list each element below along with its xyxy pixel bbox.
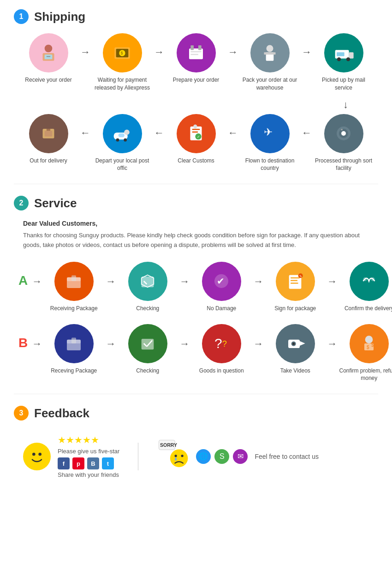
clear-customs-label: Clear Customs bbox=[178, 157, 214, 165]
row-a-arrow2: → bbox=[178, 276, 191, 288]
facebook-icon[interactable]: f bbox=[58, 457, 70, 469]
svg-rect-15 bbox=[264, 52, 276, 54]
svg-point-79 bbox=[175, 455, 177, 457]
flow-item-checking-b: Checking bbox=[118, 324, 178, 375]
flow-item-recv-pkg-a: Receiving Package bbox=[44, 262, 104, 313]
row-b-arrow4: → bbox=[325, 338, 339, 350]
sign-pkg-svg: ✎ bbox=[284, 270, 307, 293]
checking-a-svg bbox=[136, 270, 159, 293]
svg-text:$: $ bbox=[371, 343, 374, 348]
out-delivery-icon bbox=[29, 114, 68, 153]
svg-point-73 bbox=[26, 445, 48, 467]
recv-pkg-a-label: Receiving Package bbox=[50, 305, 98, 313]
row-b-arrow3: → bbox=[251, 338, 265, 350]
svg-rect-43 bbox=[71, 276, 76, 282]
out-delivery-label: Out for delivery bbox=[30, 157, 67, 165]
arrow7: ← bbox=[226, 127, 240, 139]
svg-rect-10 bbox=[198, 45, 202, 50]
take-videos-icon bbox=[276, 324, 315, 363]
prepare-order-svg bbox=[184, 42, 208, 65]
vk-icon[interactable]: B bbox=[87, 457, 99, 469]
picked-up-svg bbox=[332, 42, 355, 65]
confirm-problem-svg: $ $ bbox=[357, 332, 380, 355]
svg-rect-17 bbox=[349, 52, 354, 58]
depart-post-label: Depart your local post offic bbox=[92, 157, 152, 173]
checking-a-label: Checking bbox=[136, 305, 159, 313]
svg-point-56 bbox=[371, 277, 374, 281]
svg-rect-25 bbox=[124, 130, 130, 135]
shipping-row1: Receive your order → $ Waiting for payme… bbox=[14, 33, 378, 92]
arrow8: ← bbox=[300, 127, 314, 139]
mail-icon[interactable]: ✉ bbox=[233, 449, 248, 464]
flown-dest-svg: ✈ bbox=[258, 122, 281, 145]
flow-item-processed-sort: ★ Processed through sort facility bbox=[314, 114, 374, 173]
skype-world-icon[interactable]: 🌐 bbox=[196, 449, 211, 464]
waiting-payment-svg: $ bbox=[111, 42, 134, 65]
svg-marker-66 bbox=[300, 341, 305, 346]
feedback-header: 3 Feedback bbox=[14, 406, 378, 421]
no-damage-icon: ✔ bbox=[202, 262, 241, 301]
svg-rect-20 bbox=[337, 52, 344, 56]
shipping-title: Shipping bbox=[34, 10, 85, 24]
recv-pkg-a-svg bbox=[62, 270, 85, 293]
row-b-arrow1: → bbox=[104, 338, 118, 350]
svg-text:?: ? bbox=[214, 336, 222, 351]
svg-point-26 bbox=[116, 138, 119, 142]
svg-rect-28 bbox=[119, 133, 125, 137]
svg-rect-12 bbox=[190, 54, 198, 55]
flow-item-confirm-delivery: Confirm the delivery bbox=[339, 262, 392, 313]
divider1 bbox=[14, 184, 378, 184]
pack-order-svg bbox=[258, 42, 281, 65]
feedback-left: ★★★★★ Please give us five-star f p B t S… bbox=[23, 434, 119, 478]
waiting-payment-icon: $ bbox=[103, 33, 142, 72]
divider2 bbox=[14, 394, 378, 394]
flow-item-goods-question: ? ? Goods in question bbox=[191, 324, 251, 375]
letter-arrow-a: → bbox=[30, 276, 44, 288]
svg-point-0 bbox=[45, 44, 53, 52]
flow-item-sign-pkg: ✎ Sign for package bbox=[265, 262, 325, 313]
feedback-divider bbox=[138, 443, 138, 470]
depart-post-icon bbox=[103, 114, 142, 153]
arrow4: → bbox=[300, 46, 314, 58]
svg-rect-51 bbox=[291, 280, 297, 282]
svg-text:$: $ bbox=[367, 345, 369, 350]
svg-text:✈: ✈ bbox=[264, 126, 273, 138]
pinterest-icon[interactable]: p bbox=[72, 457, 84, 469]
stars: ★★★★★ bbox=[58, 434, 119, 445]
receive-order-icon bbox=[29, 33, 68, 72]
processed-sort-label: Processed through sort facility bbox=[314, 157, 374, 173]
sign-pkg-label: Sign for package bbox=[274, 305, 316, 313]
svg-rect-50 bbox=[291, 277, 300, 279]
social-icons: f p B t bbox=[58, 457, 119, 469]
feedback-section: 3 Feedback ★★★★★ Please give us five-sta… bbox=[14, 406, 378, 483]
row-a-container: A → Receiving Package → bbox=[14, 262, 378, 313]
clear-customs-icon: ✓ bbox=[177, 114, 216, 153]
no-damage-svg: ✔ bbox=[210, 270, 233, 293]
twitter-icon[interactable]: t bbox=[102, 457, 114, 469]
recv-pkg-a-icon bbox=[54, 262, 94, 301]
arrow5: ← bbox=[78, 127, 92, 139]
svg-text:SORRY: SORRY bbox=[160, 442, 177, 448]
svg-point-75 bbox=[38, 452, 42, 456]
sign-pkg-icon: ✎ bbox=[276, 262, 315, 301]
svg-rect-31 bbox=[192, 132, 198, 133]
service-section: 2 Service Dear Valued Customers, Thanks … bbox=[14, 196, 378, 382]
flown-dest-icon: ✈ bbox=[250, 114, 290, 153]
letter-arrow-b: → bbox=[30, 338, 44, 350]
out-delivery-svg bbox=[37, 122, 60, 145]
service-number: 2 bbox=[14, 196, 29, 210]
share-text: Share with your friends bbox=[58, 471, 119, 478]
shipping-header: 1 Shipping bbox=[14, 9, 378, 24]
pack-order-label: Pack your order at our warehouse bbox=[240, 76, 300, 92]
arrow6: ← bbox=[152, 127, 166, 139]
feedback-right: SORRY 🌐 S ✉ Feel free to contact bbox=[157, 438, 319, 475]
svg-text:✔: ✔ bbox=[217, 276, 225, 286]
flow-item-confirm-problem: $ $ Confirm problem, refund money bbox=[339, 324, 392, 383]
flow-item-no-damage: ✔ No Damage bbox=[191, 262, 251, 313]
skype-icon[interactable]: S bbox=[214, 449, 229, 464]
recv-pkg-b-icon bbox=[54, 324, 94, 363]
svg-point-55 bbox=[363, 277, 367, 281]
take-videos-label: Take Videos bbox=[280, 367, 310, 375]
recv-pkg-b-svg bbox=[62, 332, 85, 355]
contact-text: Feel free to contact us bbox=[255, 453, 319, 460]
